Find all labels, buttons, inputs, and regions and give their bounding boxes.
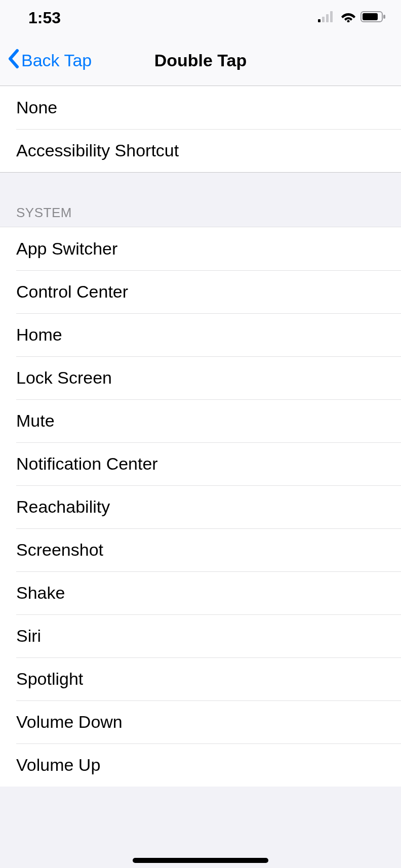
svg-rect-3 bbox=[330, 11, 333, 22]
status-time: 1:53 bbox=[28, 9, 61, 27]
option-control-center[interactable]: Control Center bbox=[0, 270, 401, 313]
option-label: Volume Up bbox=[16, 755, 100, 775]
option-accessibility-shortcut[interactable]: Accessibility Shortcut bbox=[0, 129, 401, 172]
option-screenshot[interactable]: Screenshot bbox=[0, 528, 401, 571]
back-label: Back Tap bbox=[21, 51, 92, 70]
section-header-system: SYSTEM bbox=[0, 173, 401, 227]
back-button[interactable]: Back Tap bbox=[0, 49, 92, 73]
option-app-switcher[interactable]: App Switcher bbox=[0, 227, 401, 270]
option-label: Siri bbox=[16, 626, 41, 646]
option-none[interactable]: None bbox=[0, 86, 401, 129]
option-volume-up[interactable]: Volume Up bbox=[0, 743, 401, 787]
home-indicator[interactable] bbox=[133, 858, 268, 863]
status-bar: 1:53 bbox=[0, 0, 401, 35]
option-label: Control Center bbox=[16, 282, 128, 302]
option-label: Accessibility Shortcut bbox=[16, 141, 179, 160]
option-home[interactable]: Home bbox=[0, 313, 401, 356]
svg-rect-2 bbox=[326, 14, 329, 22]
page-title: Double Tap bbox=[154, 51, 247, 70]
option-lock-screen[interactable]: Lock Screen bbox=[0, 356, 401, 399]
option-label: Volume Down bbox=[16, 712, 123, 732]
option-reachability[interactable]: Reachability bbox=[0, 485, 401, 528]
option-label: None bbox=[16, 98, 57, 117]
navigation-bar: Back Tap Double Tap bbox=[0, 35, 401, 86]
option-label: Shake bbox=[16, 583, 65, 603]
option-label: Mute bbox=[16, 411, 55, 431]
svg-rect-1 bbox=[322, 17, 325, 22]
option-label: Lock Screen bbox=[16, 368, 112, 388]
options-group-top: None Accessibility Shortcut bbox=[0, 86, 401, 173]
option-label: Screenshot bbox=[16, 540, 103, 560]
battery-icon bbox=[360, 11, 386, 24]
option-label: Home bbox=[16, 325, 62, 345]
option-notification-center[interactable]: Notification Center bbox=[0, 442, 401, 485]
option-volume-down[interactable]: Volume Down bbox=[0, 700, 401, 743]
options-group-system: App Switcher Control Center Home Lock Sc… bbox=[0, 227, 401, 787]
option-label: App Switcher bbox=[16, 239, 117, 259]
option-label: Notification Center bbox=[16, 454, 158, 474]
svg-rect-0 bbox=[318, 19, 320, 22]
wifi-icon bbox=[340, 11, 356, 24]
chevron-left-icon bbox=[7, 49, 20, 73]
svg-rect-6 bbox=[363, 13, 378, 20]
option-label: Spotlight bbox=[16, 669, 83, 689]
option-shake[interactable]: Shake bbox=[0, 571, 401, 614]
status-indicators bbox=[318, 11, 386, 24]
option-mute[interactable]: Mute bbox=[0, 399, 401, 442]
svg-point-4 bbox=[347, 20, 350, 23]
option-siri[interactable]: Siri bbox=[0, 614, 401, 657]
cellular-icon bbox=[318, 11, 336, 24]
option-label: Reachability bbox=[16, 497, 110, 517]
option-spotlight[interactable]: Spotlight bbox=[0, 657, 401, 700]
svg-rect-7 bbox=[383, 15, 385, 19]
